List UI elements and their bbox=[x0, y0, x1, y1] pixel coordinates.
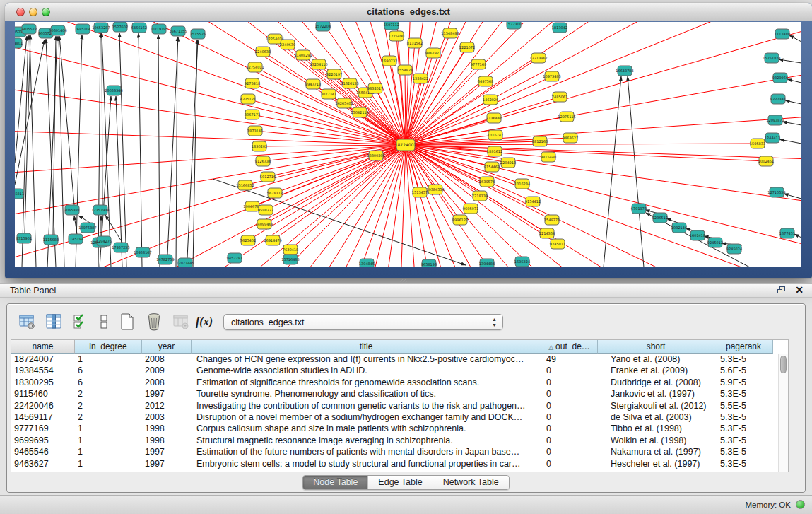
cell-name[interactable]: 18724007 bbox=[11, 354, 75, 365]
cell-title[interactable]: Genome-wide association studies in ADHD. bbox=[192, 365, 541, 376]
yellow-node-12975115[interactable]: 12975115 bbox=[558, 112, 575, 122]
cell-name[interactable]: 22420046 bbox=[11, 400, 75, 411]
yellow-node-9126734[interactable]: 9126734 bbox=[255, 156, 271, 166]
cell-name[interactable]: 9465546 bbox=[11, 446, 75, 457]
teal-node-6466162[interactable]: 6466162 bbox=[131, 23, 147, 33]
delete-columns-icon[interactable] bbox=[144, 312, 164, 332]
cell-year[interactable]: 2003 bbox=[142, 411, 192, 423]
cell-in_degree[interactable]: 2 bbox=[75, 400, 142, 411]
teal-node-9245024[interactable]: 9245024 bbox=[726, 244, 742, 254]
cell-year[interactable]: 2008 bbox=[142, 354, 192, 365]
yellow-node-11626153[interactable]: 11626153 bbox=[341, 78, 358, 88]
cell-name[interactable]: 19384554 bbox=[11, 365, 75, 376]
teal-node-1115683[interactable]: 1115683 bbox=[43, 235, 59, 245]
column-header-short[interactable]: short bbox=[598, 340, 714, 354]
cell-title[interactable]: Embryonic stem cells: a model to study s… bbox=[192, 458, 541, 469]
cell-in_degree[interactable]: 2 bbox=[75, 411, 142, 423]
teal-node-2065381[interactable]: 2065381 bbox=[64, 205, 80, 215]
yellow-node-1002451[interactable]: 1002451 bbox=[758, 156, 774, 166]
cell-short[interactable]: Tibbo et al. (1998) bbox=[598, 423, 714, 434]
cell-pagerank[interactable]: 5.3E-5 bbox=[714, 411, 773, 423]
cell-short[interactable]: de Silva et al. (2003) bbox=[598, 411, 714, 423]
table-row[interactable]: 977716911998Corpus callosum shape and si… bbox=[11, 423, 778, 434]
yellow-node-1549271[interactable]: 1549271 bbox=[544, 215, 560, 225]
teal-node-6791973[interactable]: 6791973 bbox=[631, 204, 647, 214]
cell-out_de[interactable]: 0 bbox=[541, 458, 598, 469]
yellow-node-9245031[interactable]: 9245031 bbox=[550, 239, 565, 249]
network-canvas[interactable]: 1872400712254034224063812754011927541842… bbox=[15, 22, 801, 267]
close-panel-icon[interactable]: ✕ bbox=[795, 284, 804, 296]
yellow-node-7630418[interactable]: 7630418 bbox=[283, 245, 298, 255]
table-settings-icon[interactable] bbox=[17, 312, 37, 332]
teal-node-2405572[interactable]: 2405572 bbox=[21, 24, 37, 34]
teal-node-1695324[interactable]: 1695324 bbox=[514, 257, 530, 267]
yellow-node-9861921[interactable]: 9861921 bbox=[425, 48, 441, 58]
yellow-node-3067173[interactable]: 3067173 bbox=[245, 110, 260, 119]
teal-node-20053346[interactable]: 20053346 bbox=[105, 86, 122, 95]
cell-pagerank[interactable]: 5.3E-5 bbox=[714, 354, 773, 365]
cell-title[interactable]: Changes of HCN gene expression and I(f) … bbox=[192, 354, 541, 365]
yellow-node-9777169[interactable]: 9777169 bbox=[471, 59, 486, 69]
teal-node-1572204[interactable]: 1572204 bbox=[315, 22, 331, 31]
teal-node-2264801[interactable]: 2264801 bbox=[15, 38, 23, 48]
teal-node-5597112[interactable]: 5597112 bbox=[384, 22, 399, 30]
cell-name[interactable]: 9699695 bbox=[11, 435, 75, 446]
cell-pagerank[interactable]: 5.6E-5 bbox=[714, 365, 773, 376]
yellow-node-9154469[interactable]: 9154469 bbox=[484, 162, 500, 172]
teal-node-12710554[interactable]: 12710554 bbox=[767, 187, 785, 197]
cell-title[interactable]: Corpus callosum shape and size in male p… bbox=[192, 423, 541, 434]
yellow-node-7218339[interactable]: 7218339 bbox=[472, 191, 488, 201]
cell-pagerank[interactable]: 5.3E-5 bbox=[714, 423, 773, 434]
teal-node-9457791[interactable]: 9457791 bbox=[227, 253, 242, 263]
yellow-node-1891612[interactable]: 1891612 bbox=[487, 146, 502, 156]
cell-in_degree[interactable]: 6 bbox=[75, 365, 142, 376]
yellow-node-15042118[interactable]: 15042118 bbox=[351, 107, 368, 117]
yellow-node-18300295[interactable]: 18300295 bbox=[367, 151, 384, 160]
cell-in_degree[interactable]: 1 bbox=[75, 446, 142, 457]
teal-node-1032146[interactable]: 1032146 bbox=[671, 223, 687, 233]
show-columns-icon[interactable] bbox=[44, 312, 64, 332]
teal-node-9227341[interactable]: 9227341 bbox=[770, 94, 786, 104]
column-header-pagerank[interactable]: pagerank bbox=[714, 340, 773, 354]
cell-short[interactable]: Jankovic et al. (1997) bbox=[598, 388, 714, 399]
yellow-node-18724007[interactable]: 18724007 bbox=[395, 139, 417, 151]
column-header-name[interactable]: name bbox=[11, 340, 75, 354]
teal-node-9236512[interactable]: 9236512 bbox=[652, 213, 668, 223]
cell-pagerank[interactable]: 5.3E-5 bbox=[714, 435, 773, 446]
yellow-node-7625402[interactable]: 7625402 bbox=[240, 235, 256, 245]
table-row[interactable]: 2242004622012Investigating the contribut… bbox=[11, 400, 778, 411]
yellow-node-1554821[interactable]: 1554821 bbox=[397, 65, 413, 75]
teal-node-12023445[interactable]: 12023445 bbox=[176, 258, 194, 267]
cell-out_de[interactable]: 0 bbox=[541, 446, 598, 457]
teal-node-9329966[interactable]: 9329966 bbox=[772, 73, 788, 83]
yellow-node-11408291[interactable]: 11408291 bbox=[294, 50, 312, 60]
yellow-node-15166852[interactable]: 15166852 bbox=[236, 180, 254, 190]
cell-in_degree[interactable]: 2 bbox=[75, 388, 142, 399]
yellow-node-2204913[interactable]: 2204913 bbox=[500, 158, 516, 168]
cell-year[interactable]: 1998 bbox=[142, 423, 192, 434]
row-height-icon[interactable] bbox=[98, 312, 110, 332]
cell-short[interactable]: Hescheler et al. (1997) bbox=[598, 458, 714, 469]
teal-node-1244413[interactable]: 1244413 bbox=[765, 133, 780, 143]
cell-year[interactable]: 2008 bbox=[142, 377, 192, 388]
table-row[interactable]: 946554611997Estimation of the future num… bbox=[11, 446, 778, 457]
yellow-node-9275418[interactable]: 9275418 bbox=[245, 78, 260, 88]
cell-short[interactable]: Franke et al. (2009) bbox=[598, 365, 714, 376]
yellow-node-1513457[interactable]: 1513457 bbox=[412, 187, 428, 197]
cell-pagerank[interactable]: 5.3E-5 bbox=[714, 446, 773, 457]
teal-node-10975887[interactable]: 10975887 bbox=[78, 223, 96, 233]
cell-title[interactable]: Tourette syndrome. Phenomenology and cla… bbox=[192, 388, 541, 399]
column-header-year[interactable]: year bbox=[142, 340, 192, 354]
window-titlebar[interactable]: citations_edges.txt bbox=[5, 3, 812, 21]
yellow-node-1558422[interactable]: 1558422 bbox=[413, 74, 428, 83]
table-row[interactable]: 1830029562008Estimation of significance … bbox=[11, 377, 778, 388]
teal-node-1294275[interactable]: 1294275 bbox=[96, 236, 112, 246]
yellow-node-9812160[interactable]: 9812160 bbox=[532, 136, 548, 146]
select-columns-icon[interactable] bbox=[71, 312, 90, 332]
cell-name[interactable]: 14569117 bbox=[11, 411, 75, 423]
yellow-node-4275121[interactable]: 4275121 bbox=[240, 94, 256, 104]
cell-year[interactable]: 1997 bbox=[142, 446, 192, 457]
cell-pagerank[interactable]: 5.5E-5 bbox=[714, 400, 773, 411]
cell-year[interactable]: 1998 bbox=[142, 435, 192, 446]
cell-out_de[interactable]: 0 bbox=[541, 388, 598, 399]
